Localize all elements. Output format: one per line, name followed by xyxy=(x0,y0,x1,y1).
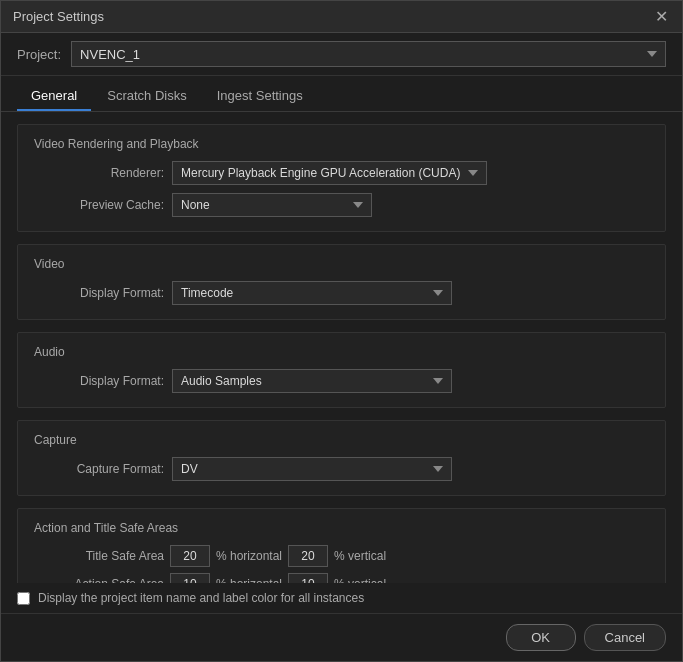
audio-section: Audio Display Format: Audio Samples Mill… xyxy=(17,332,666,408)
video-display-format-row: Display Format: Timecode Frames Feet + F… xyxy=(34,281,649,305)
title-safe-horizontal-input[interactable] xyxy=(170,545,210,567)
project-settings-dialog: Project Settings ✕ Project: NVENC_1 Gene… xyxy=(0,0,683,662)
checkbox-row: Display the project item name and label … xyxy=(1,583,682,613)
tabs-bar: General Scratch Disks Ingest Settings xyxy=(1,76,682,112)
audio-display-format-row: Display Format: Audio Samples Millisecon… xyxy=(34,369,649,393)
video-section-title: Video xyxy=(34,257,649,271)
renderer-row: Renderer: Mercury Playback Engine GPU Ac… xyxy=(34,161,649,185)
renderer-label: Renderer: xyxy=(34,166,164,180)
video-rendering-title: Video Rendering and Playback xyxy=(34,137,649,151)
audio-section-title: Audio xyxy=(34,345,649,359)
cancel-button[interactable]: Cancel xyxy=(584,624,666,651)
video-display-format-label: Display Format: xyxy=(34,286,164,300)
title-safe-v-label: % vertical xyxy=(334,549,386,563)
safe-areas-section: Action and Title Safe Areas Title Safe A… xyxy=(17,508,666,583)
title-bar: Project Settings ✕ xyxy=(1,1,682,33)
preview-cache-select[interactable]: None I-Frame Only MPEG MPEG xyxy=(172,193,372,217)
content-area: Video Rendering and Playback Renderer: M… xyxy=(1,112,682,583)
display-instances-checkbox[interactable] xyxy=(17,592,30,605)
video-rendering-section: Video Rendering and Playback Renderer: M… xyxy=(17,124,666,232)
capture-format-row: Capture Format: DV HDV xyxy=(34,457,649,481)
tab-ingest-settings[interactable]: Ingest Settings xyxy=(203,82,317,111)
dialog-title: Project Settings xyxy=(13,9,104,24)
preview-cache-label: Preview Cache: xyxy=(34,198,164,212)
capture-format-select[interactable]: DV HDV xyxy=(172,457,452,481)
action-safe-label: Action Safe Area xyxy=(34,577,164,583)
renderer-select[interactable]: Mercury Playback Engine GPU Acceleration… xyxy=(172,161,487,185)
capture-section-title: Capture xyxy=(34,433,649,447)
safe-areas-title: Action and Title Safe Areas xyxy=(34,521,649,535)
capture-format-label: Capture Format: xyxy=(34,462,164,476)
action-safe-v-label: % vertical xyxy=(334,577,386,583)
title-safe-vertical-input[interactable] xyxy=(288,545,328,567)
action-safe-horizontal-input[interactable] xyxy=(170,573,210,583)
video-section: Video Display Format: Timecode Frames Fe… xyxy=(17,244,666,320)
display-instances-label[interactable]: Display the project item name and label … xyxy=(38,591,364,605)
preview-cache-row: Preview Cache: None I-Frame Only MPEG MP… xyxy=(34,193,649,217)
footer: OK Cancel xyxy=(1,613,682,661)
audio-display-format-label: Display Format: xyxy=(34,374,164,388)
title-safe-row: Title Safe Area % horizontal % vertical xyxy=(34,545,649,567)
project-row: Project: NVENC_1 xyxy=(1,33,682,76)
title-safe-label: Title Safe Area xyxy=(34,549,164,563)
project-select[interactable]: NVENC_1 xyxy=(71,41,666,67)
tab-scratch-disks[interactable]: Scratch Disks xyxy=(93,82,200,111)
action-safe-h-label: % horizontal xyxy=(216,577,282,583)
ok-button[interactable]: OK xyxy=(506,624,576,651)
audio-display-format-select[interactable]: Audio Samples Milliseconds xyxy=(172,369,452,393)
tab-general[interactable]: General xyxy=(17,82,91,111)
action-safe-vertical-input[interactable] xyxy=(288,573,328,583)
capture-section: Capture Capture Format: DV HDV xyxy=(17,420,666,496)
project-label: Project: xyxy=(17,47,61,62)
action-safe-row: Action Safe Area % horizontal % vertical xyxy=(34,573,649,583)
close-button[interactable]: ✕ xyxy=(652,8,670,26)
title-safe-h-label: % horizontal xyxy=(216,549,282,563)
video-display-format-select[interactable]: Timecode Frames Feet + Frames xyxy=(172,281,452,305)
